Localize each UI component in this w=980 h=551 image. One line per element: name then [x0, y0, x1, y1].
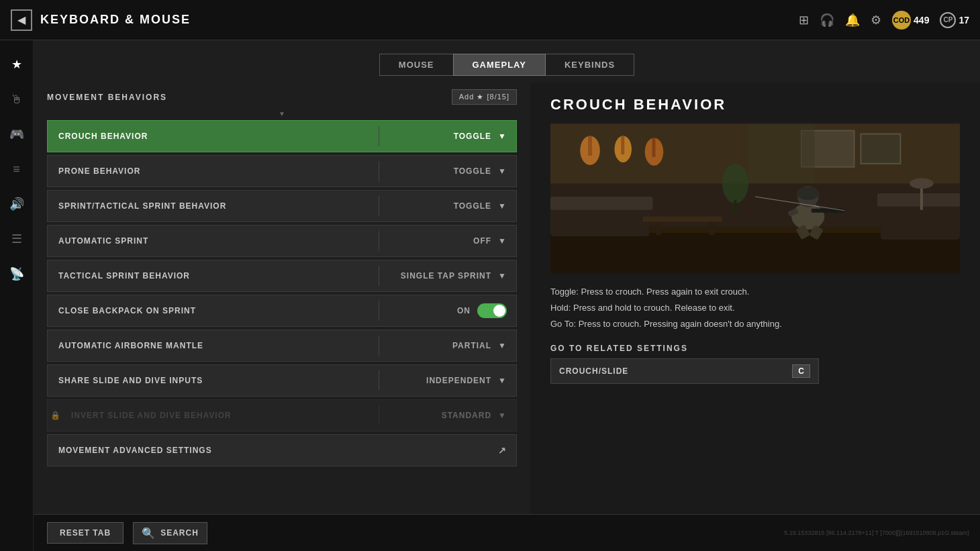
grid-icon[interactable]: ⊞ [799, 13, 809, 28]
settings-panel: MOVEMENT BEHAVIORS Add ★ [8/15] ▼ CROUCH… [34, 83, 530, 551]
sidebar-icon-list[interactable]: ☰ [6, 228, 28, 250]
detail-desc-toggle: Toggle: Press to crouch. Press again to … [550, 285, 960, 299]
cp-balance[interactable]: CP 17 [940, 12, 969, 28]
svg-rect-3 [588, 136, 592, 156]
scene-svg [550, 123, 960, 274]
coin-balance[interactable]: COD 449 [892, 11, 929, 30]
setting-row-share-slide[interactable]: SHARE SLIDE AND DIVE INPUTS INDEPENDENT … [47, 364, 517, 397]
sidebar-icon-signal[interactable]: 📡 [6, 263, 28, 285]
reset-tab-button[interactable]: RESET TAB [47, 522, 124, 544]
setting-row-invert-slide: 🔒 INVERT SLIDE AND DIVE BEHAVIOR STANDAR… [47, 399, 517, 432]
setting-value-auto-sprint: OFF ▼ [382, 236, 516, 246]
tactical-sprint-value-text: SINGLE TAP SPRINT [401, 271, 491, 281]
prone-value-text: TOGGLE [454, 166, 491, 176]
chevron-down-icon: ▼ [498, 132, 507, 141]
svg-rect-9 [861, 134, 900, 164]
sidebar-icon-filter[interactable]: ≡ [6, 158, 28, 180]
setting-row-movement-advanced[interactable]: MOVEMENT ADVANCED SETTINGS ↗ [47, 434, 517, 466]
setting-row-backpack-sprint[interactable]: CLOSE BACKPACK ON SPRINT ON [47, 295, 517, 327]
detail-desc-hold: Hold: Press and hold to crouch. Release … [550, 301, 960, 315]
bottom-bar: RESET TAB 🔍 SEARCH 5.19.15332815 [86.114… [34, 514, 980, 551]
headphone-icon[interactable]: 🎧 [820, 13, 834, 28]
svg-rect-16 [656, 221, 661, 235]
toggle-knob [493, 305, 505, 317]
back-icon: ◀ [17, 13, 26, 26]
search-icon: 🔍 [142, 527, 155, 540]
setting-value-backpack-sprint: ON [382, 303, 516, 318]
svg-rect-10 [748, 124, 814, 184]
tab-gameplay[interactable]: GAMEPLAY [453, 54, 546, 76]
coin-amount: 449 [914, 15, 929, 26]
divider [379, 405, 379, 425]
tabs-row: MOUSE GAMEPLAY KEYBINDS [34, 40, 980, 83]
setting-row-prone-behavior[interactable]: PRONE BEHAVIOR TOGGLE ▼ [47, 155, 517, 187]
topbar-right: ⊞ 🎧 🔔 ⚙ COD 449 CP 17 [799, 11, 969, 30]
setting-value-invert-slide: STANDARD ▼ [382, 411, 516, 420]
section-title: MOVEMENT BEHAVIORS [47, 93, 167, 102]
chevron-down-icon: ▼ [498, 236, 507, 246]
related-item-key: C [792, 364, 810, 378]
svg-point-28 [722, 164, 748, 203]
airborne-value-text: PARTIAL [452, 341, 491, 350]
search-box[interactable]: 🔍 SEARCH [133, 522, 207, 544]
tab-keybinds[interactable]: KEYBINDS [546, 54, 634, 76]
sidebar-icon-mouse[interactable]: 🖱 [6, 89, 28, 110]
setting-row-sprint-tactical[interactable]: SPRINT/TACTICAL SPRINT BEHAVIOR TOGGLE ▼ [47, 190, 517, 222]
setting-name-tactical-sprint: TACTICAL SPRINT BEHAVIOR [48, 271, 376, 281]
divider [379, 266, 379, 286]
svg-point-22 [797, 187, 819, 200]
toggle-switch-backpack[interactable] [477, 303, 507, 318]
topbar-left: ◀ KEYBOARD & MOUSE [11, 9, 191, 31]
svg-rect-14 [550, 197, 653, 210]
setting-row-tactical-sprint[interactable]: TACTICAL SPRINT BEHAVIOR SINGLE TAP SPRI… [47, 260, 517, 292]
section-header: MOVEMENT BEHAVIORS Add ★ [8/15] [47, 89, 517, 105]
svg-rect-17 [709, 221, 714, 235]
sidebar-icon-sound[interactable]: 🔊 [6, 193, 28, 215]
divider [379, 196, 379, 216]
setting-row-airborne-mantle[interactable]: AUTOMATIC AIRBORNE MANTLE PARTIAL ▼ [47, 330, 517, 362]
coin-icon: COD [892, 11, 911, 30]
settings-icon[interactable]: ⚙ [871, 13, 881, 28]
room-scene [550, 123, 960, 274]
invert-slide-value-text: STANDARD [442, 411, 491, 420]
scroll-indicator: ▼ [47, 110, 517, 117]
svg-rect-19 [877, 193, 960, 207]
version-text: 5.19.15332815 [86.114.2178+11] T [7000][… [784, 530, 969, 536]
setting-name-invert-slide: INVERT SLIDE AND DIVE BEHAVIOR [60, 411, 376, 420]
setting-row-crouch-behavior[interactable]: CROUCH BEHAVIOR TOGGLE ▼ [47, 120, 517, 152]
setting-name-crouch: CROUCH BEHAVIOR [48, 132, 376, 141]
back-button[interactable]: ◀ [11, 9, 32, 31]
add-favorites-button[interactable]: Add ★ [8/15] [452, 89, 517, 105]
chevron-down-icon: ▼ [498, 201, 507, 211]
share-slide-value-text: INDEPENDENT [426, 376, 491, 385]
setting-value-movement-advanced: ↗ [382, 445, 516, 456]
detail-panel: CROUCH BEHAVIOR [530, 83, 980, 551]
related-item-name: CROUCH/SLIDE [559, 366, 792, 376]
divider [379, 336, 379, 356]
setting-name-auto-sprint: AUTOMATIC SPRINT [48, 236, 376, 246]
divider [379, 370, 379, 391]
divider [379, 126, 379, 146]
cp-icon: CP [940, 12, 956, 28]
svg-rect-15 [643, 217, 722, 222]
sidebar-icon-gamepad[interactable]: 🎮 [6, 123, 28, 145]
svg-point-31 [910, 178, 933, 189]
lock-icon: 🔒 [50, 411, 60, 420]
setting-name-airborne: AUTOMATIC AIRBORNE MANTLE [48, 341, 376, 350]
setting-name-backpack-sprint: CLOSE BACKPACK ON SPRINT [48, 306, 376, 315]
setting-value-share-slide: INDEPENDENT ▼ [382, 376, 516, 385]
left-sidebar: ★ 🖱 🎮 ≡ 🔊 ☰ 📡 [0, 40, 34, 551]
tab-mouse[interactable]: MOUSE [379, 54, 453, 76]
bell-icon[interactable]: 🔔 [845, 13, 860, 28]
sprint-tactical-value-text: TOGGLE [454, 201, 491, 211]
setting-value-crouch: TOGGLE ▼ [382, 132, 516, 141]
backpack-sprint-text: ON [457, 306, 471, 315]
setting-row-automatic-sprint[interactable]: AUTOMATIC SPRINT OFF ▼ [47, 225, 517, 257]
detail-desc-goto: Go To: Press to crouch. Pressing again d… [550, 317, 960, 332]
auto-sprint-value-text: OFF [473, 236, 491, 246]
content-area: MOUSE GAMEPLAY KEYBINDS MOVEMENT BEHAVIO… [34, 40, 980, 551]
divider [379, 161, 379, 181]
sidebar-icon-star[interactable]: ★ [6, 54, 28, 75]
chevron-down-icon: ▼ [498, 166, 507, 176]
related-item-crouch-slide[interactable]: CROUCH/SLIDE C [550, 358, 819, 384]
